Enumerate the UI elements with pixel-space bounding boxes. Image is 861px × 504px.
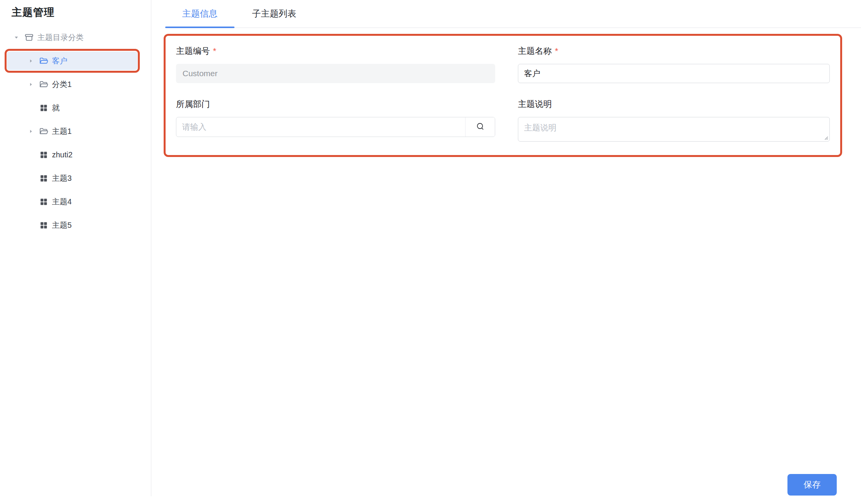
tree-item-7[interactable]: 主题5: [7, 216, 137, 234]
catalog-box-icon: [24, 33, 34, 42]
tree-item-6[interactable]: 主题4: [7, 192, 137, 211]
required-asterisk: *: [555, 45, 558, 57]
caret-right-icon[interactable]: [28, 58, 34, 64]
dataset-grid-icon: [39, 197, 49, 207]
tree-item-label: 主题5: [52, 220, 72, 230]
active-tab-indicator: [165, 27, 235, 28]
tree-item-3[interactable]: 主题1: [7, 122, 137, 140]
field-topic-code: 主题编号 *: [176, 45, 495, 83]
tree-item-2[interactable]: 就: [7, 98, 137, 117]
tree-item-label: 主题3: [52, 173, 72, 184]
sidebar: 主题管理 主题目录分类 客户分类1就主题1zhuti2主题3主题4主题5: [0, 0, 151, 496]
dataset-grid-icon: [39, 150, 49, 160]
annotation-box-form: 主题编号 * 主题名称 * 所属部门: [164, 34, 842, 157]
tree-item-label: 主题目录分类: [37, 32, 84, 43]
search-icon: [476, 122, 485, 133]
field-department: 所属部门: [176, 98, 495, 143]
department-label: 所属部门: [176, 98, 495, 110]
tree-item-5[interactable]: 主题3: [7, 169, 137, 187]
detail-tabs: 主题信息 子主题列表: [165, 0, 314, 27]
folder-open-icon: [39, 127, 49, 136]
folder-open-icon: [39, 80, 49, 89]
tab-label: 主题信息: [182, 8, 218, 20]
tree-item-label: 分类1: [52, 79, 72, 90]
caret-right-icon[interactable]: [28, 128, 34, 134]
department-input-group: [176, 117, 495, 137]
annotation-box-tree-item: [5, 49, 140, 73]
description-label: 主题说明: [518, 98, 830, 110]
sidebar-title: 主题管理: [12, 5, 55, 19]
caret-right-icon[interactable]: [28, 81, 34, 87]
save-button[interactable]: 保存: [787, 474, 837, 496]
tree-item-label: 主题4: [52, 197, 72, 207]
topic-form: 主题编号 * 主题名称 * 所属部门: [176, 45, 840, 143]
topic-name-input[interactable]: [518, 64, 830, 83]
tree-item-0[interactable]: 客户: [7, 52, 137, 70]
tree-item-label: 主题1: [52, 126, 72, 137]
department-input[interactable]: [176, 117, 465, 137]
tree-items: 客户分类1就主题1zhuti2主题3主题4主题5: [0, 52, 151, 234]
tabs-underline: [165, 27, 861, 28]
topic-tree: 主题目录分类 客户分类1就主题1zhuti2主题3主题4主题5: [0, 28, 151, 239]
topic-code-input[interactable]: [176, 64, 495, 83]
dataset-grid-icon: [39, 103, 49, 113]
description-textarea-wrap: [518, 117, 830, 143]
dataset-grid-icon: [39, 174, 49, 183]
tree-item-4[interactable]: zhuti2: [7, 145, 137, 164]
topic-name-label: 主题名称 *: [518, 45, 830, 57]
caret-down-icon[interactable]: [13, 34, 19, 40]
tree-root-item[interactable]: 主题目录分类: [7, 28, 149, 47]
tree-item-label: 就: [52, 103, 60, 113]
department-search-button[interactable]: [465, 117, 495, 137]
description-textarea[interactable]: [518, 117, 830, 142]
tree-item-label: zhuti2: [52, 150, 72, 159]
tab-topic-info[interactable]: 主题信息: [165, 0, 235, 27]
required-asterisk: *: [213, 45, 216, 57]
field-description: 主题说明: [518, 98, 830, 143]
tree-item-1[interactable]: 分类1: [7, 75, 137, 93]
tab-subtopic-list[interactable]: 子主题列表: [235, 0, 314, 27]
topic-code-label: 主题编号 *: [176, 45, 495, 57]
tab-label: 子主题列表: [252, 8, 296, 20]
field-topic-name: 主题名称 *: [518, 45, 830, 83]
folder-open-icon: [39, 56, 49, 66]
topic-management-page: { "sidebar": { "title": "主题管理", "tree": …: [0, 0, 861, 504]
dataset-grid-icon: [39, 220, 49, 230]
tree-item-label: 客户: [52, 56, 67, 66]
